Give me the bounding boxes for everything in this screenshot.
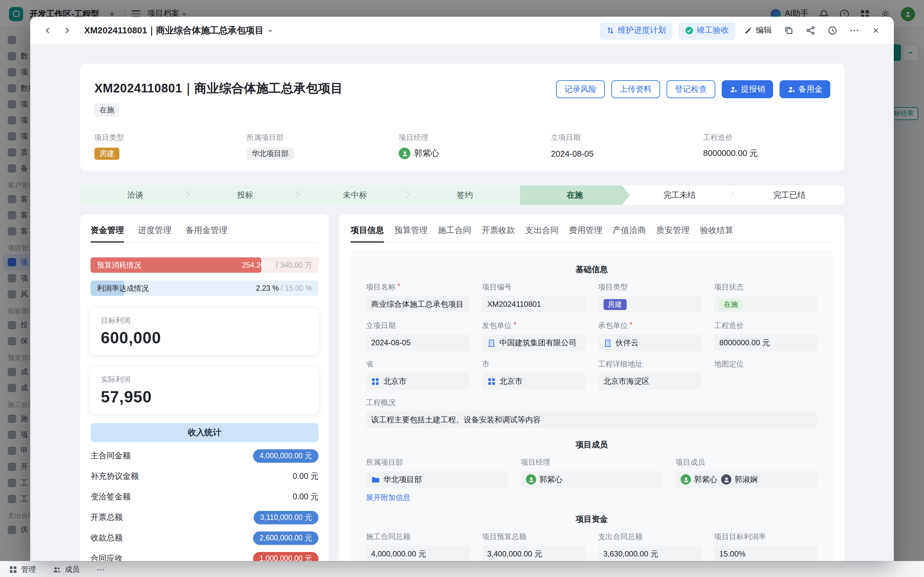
share-icon[interactable]	[803, 23, 818, 38]
field-project-members: 项目成员 郭紫心 郭淑娴	[676, 458, 818, 503]
tab-expense-contract[interactable]: 支出合同	[525, 225, 559, 236]
chevron-down-icon[interactable]	[268, 28, 273, 33]
city-input[interactable]: 北京市	[482, 373, 585, 390]
fund-value[interactable]: 15.00%	[714, 546, 818, 561]
field-project-overview: 工程概况 该工程主要包括土建工程、设备安装和调试等内容	[366, 398, 818, 428]
detail-tabs: 项目信息 预算管理 施工合同 开票收款 支出合同 费用管理 产值洽商 质安管理 …	[351, 225, 833, 243]
finance-tabs: 资金管理 进度管理 备用金管理	[90, 225, 318, 243]
avatar	[681, 474, 691, 485]
project-code-input[interactable]: XM2024110801	[482, 296, 585, 313]
next-record-button[interactable]	[60, 23, 74, 37]
step-signed[interactable]: 签约	[410, 185, 520, 205]
overview-input[interactable]: 该工程主要包括土建工程、设备安装和调试等内容	[366, 411, 818, 428]
project-type-tag: 房建	[603, 299, 626, 310]
building-icon	[487, 338, 496, 347]
project-status-tag: 在施	[719, 299, 743, 310]
fund-value[interactable]: 3,630,000.00 元	[598, 546, 701, 561]
project-status-input[interactable]: 在施	[714, 296, 818, 313]
more-icon[interactable]	[846, 23, 862, 38]
field-project-status: 项目状态 在施	[714, 282, 818, 313]
field-detailed-address: 工程详细地址 北京市海淀区	[598, 359, 701, 390]
finance-row: 开票总额 3,110,000.00 元	[90, 507, 318, 527]
finance-row: 主合同金额 4,000,000.00 元	[90, 445, 318, 466]
footer-manage-button[interactable]: 管理	[9, 564, 36, 574]
field-project-manager: 项目经理 郭紫心	[521, 458, 663, 503]
profit-rate-bar: 利润率达成情况 2.23 % / 15.00 %	[90, 280, 318, 296]
project-manager-input[interactable]: 郭紫心	[521, 471, 663, 488]
contractor-unit-input[interactable]: 伙伴云	[598, 334, 701, 351]
tab-fund-management[interactable]: 资金管理	[90, 225, 124, 236]
project-detail-modal: XM2024110801｜商业综合体施工总承包项目 维护进度计划 竣工验收 编辑	[30, 17, 894, 561]
tab-reserve-management[interactable]: 备用金管理	[185, 225, 227, 236]
tab-quality-safety[interactable]: 质安管理	[656, 225, 690, 236]
upload-docs-button[interactable]: 上传资料	[611, 80, 660, 98]
prev-record-button[interactable]	[40, 23, 55, 37]
field-map-location: 地图定位	[714, 359, 818, 390]
building-icon	[603, 338, 612, 347]
completion-acceptance-button[interactable]: 竣工验收	[679, 21, 735, 39]
fund-value[interactable]: 3,400,000.00 元	[482, 546, 585, 561]
field-start-date: 立项日期 2024-08-05	[366, 321, 469, 351]
income-statistics-button[interactable]: 收入统计	[90, 423, 318, 442]
tab-construction-contract[interactable]: 施工合同	[438, 225, 471, 236]
field-department: 所属项目部 华北项目部 展开附加信息	[366, 458, 508, 503]
step-not-won[interactable]: 未中标	[300, 185, 410, 205]
submit-expense-button[interactable]: 提报销	[722, 80, 773, 98]
avatar	[721, 474, 731, 485]
expand-extra-info-link[interactable]: 展开附加信息	[366, 493, 410, 503]
finance-panel: 资金管理 进度管理 备用金管理 预算消耗情况 254.20 万 / 340.00…	[80, 214, 329, 561]
reserve-fund-button[interactable]: 备用金	[779, 80, 830, 98]
badge-check-icon	[685, 26, 693, 35]
history-clock-icon[interactable]	[824, 23, 840, 38]
finance-row: 合同应收 1,000,000.00 元	[90, 548, 318, 561]
project-name-input[interactable]: 商业综合体施工总承包项目	[366, 296, 469, 313]
region-grid-icon	[371, 377, 379, 385]
section-members: 项目成员	[366, 440, 818, 451]
meta-project-cost: 工程造价 8000000.00 元	[703, 133, 830, 160]
step-negotiation[interactable]: 洽谈	[80, 185, 190, 205]
footer-more-button[interactable]: ⋯	[96, 564, 105, 574]
province-input[interactable]: 北京市	[366, 373, 469, 390]
tab-project-info[interactable]: 项目信息	[351, 225, 384, 236]
footer-members-button[interactable]: 成员	[53, 564, 80, 574]
field-fund: 施工合同总额 4,000,000.00 元	[366, 532, 469, 561]
step-in-construction-active[interactable]: 在施	[520, 185, 630, 205]
tab-invoice-receipt[interactable]: 开票收款	[482, 225, 515, 236]
map-location-input[interactable]	[714, 373, 818, 390]
field-contractor-unit: 承包单位* 伙伴云	[598, 321, 701, 351]
owner-unit-input[interactable]: 中国建筑集团有限公司	[482, 334, 585, 351]
person-plus-icon	[787, 85, 795, 93]
amount-pill-overdue: 1,000,000.00 元	[253, 552, 318, 561]
manage-grid-icon	[9, 565, 17, 574]
finance-row: 补充协议金额 0.00 元	[90, 466, 318, 487]
tab-cost-management[interactable]: 费用管理	[569, 225, 602, 236]
tab-output-negotiation[interactable]: 产值洽商	[613, 225, 646, 236]
field-owner-unit: 发包单位* 中国建筑集团有限公司	[482, 321, 585, 351]
tab-acceptance-settlement[interactable]: 验收结算	[700, 225, 733, 236]
step-finished-settled[interactable]: 完工已结	[735, 185, 844, 205]
address-input[interactable]: 北京市海淀区	[598, 373, 701, 390]
maintain-schedule-button[interactable]: 维护进度计划	[600, 21, 672, 39]
pencil-icon	[744, 26, 753, 35]
field-fund: 项目目标利润率 15.00%	[714, 532, 818, 561]
start-date-input[interactable]: 2024-08-05	[366, 334, 469, 351]
project-members-input[interactable]: 郭紫心 郭淑娴	[676, 471, 818, 488]
meta-manager: 项目经理 郭紫心	[399, 133, 551, 160]
tab-budget[interactable]: 预算管理	[394, 225, 427, 236]
field-project-cost: 工程造价 8000000.00 元	[714, 321, 818, 351]
sort-arrows-icon	[606, 26, 614, 35]
department-input[interactable]: 华北项目部	[366, 471, 508, 488]
copy-icon[interactable]	[781, 23, 796, 38]
modal-header: XM2024110801｜商业综合体施工总承包项目 维护进度计划 竣工验收 编辑	[30, 17, 894, 45]
step-bidding[interactable]: 投标	[190, 185, 300, 205]
project-cost-input[interactable]: 8000000.00 元	[714, 334, 818, 351]
fund-value[interactable]: 4,000,000.00 元	[366, 546, 469, 561]
register-check-button[interactable]: 登记检查	[666, 80, 715, 98]
actual-profit-card: 实际利润 57,950	[90, 367, 318, 414]
edit-button[interactable]: 编辑	[742, 25, 774, 36]
tab-progress-management[interactable]: 进度管理	[138, 225, 171, 236]
close-icon[interactable]: ×	[868, 24, 884, 37]
record-risk-button[interactable]: 记录风险	[556, 80, 605, 98]
step-finished-unsettled[interactable]: 完工未结	[624, 185, 734, 205]
project-type-input[interactable]: 房建	[598, 296, 701, 313]
